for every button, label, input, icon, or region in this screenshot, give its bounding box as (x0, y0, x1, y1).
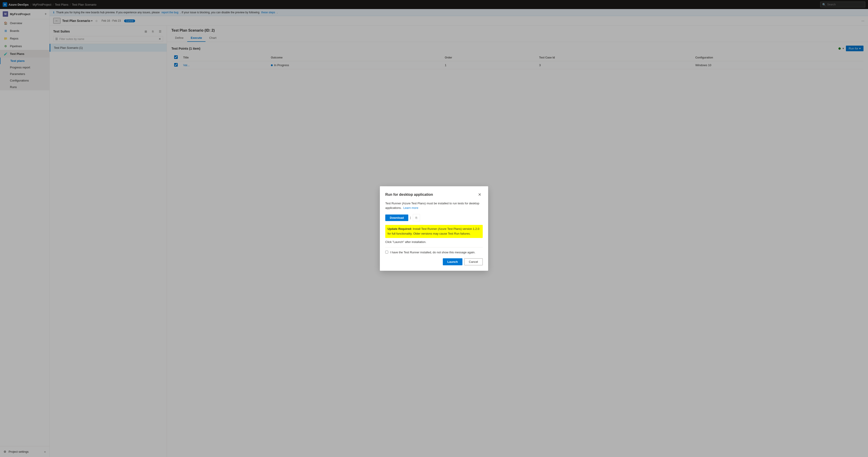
copy-icon: ⎘ (415, 216, 417, 220)
launch-note: Click "Launch" after installation. (385, 240, 483, 245)
modal-footer: Launch Cancel (385, 258, 483, 265)
cancel-button[interactable]: Cancel (464, 258, 483, 265)
modal-checkbox-row: I have the Test Runner installed, do not… (385, 250, 483, 255)
modal-title: Run for desktop application (385, 193, 433, 197)
copy-link-button[interactable]: ⎘ (413, 214, 420, 221)
modal-overlay[interactable]: Run for desktop application ✕ Test Runne… (0, 0, 868, 457)
update-required-bold: Update Required: (388, 227, 412, 231)
download-button[interactable]: Download (385, 215, 408, 221)
modal-header: Run for desktop application ✕ (385, 192, 483, 198)
modal-close-button[interactable]: ✕ (477, 192, 483, 198)
modal-learn-more-link[interactable]: Learn more (403, 206, 418, 209)
modal-body: Test Runner (Azure Test Plans) must be i… (385, 201, 483, 255)
modal-divider (385, 247, 483, 248)
modal-body-text: Test Runner (Azure Test Plans) must be i… (385, 201, 483, 211)
modal-download-row: Download | ⎘ (385, 214, 483, 221)
update-required-banner: Update Required: Install Test Runner (Az… (385, 225, 483, 238)
dont-show-again-checkbox[interactable] (385, 251, 388, 254)
dont-show-again-label: I have the Test Runner installed, do not… (390, 250, 475, 255)
divider-line: | (410, 216, 411, 220)
launch-button[interactable]: Launch (443, 258, 462, 265)
modal-dialog: Run for desktop application ✕ Test Runne… (380, 186, 488, 271)
